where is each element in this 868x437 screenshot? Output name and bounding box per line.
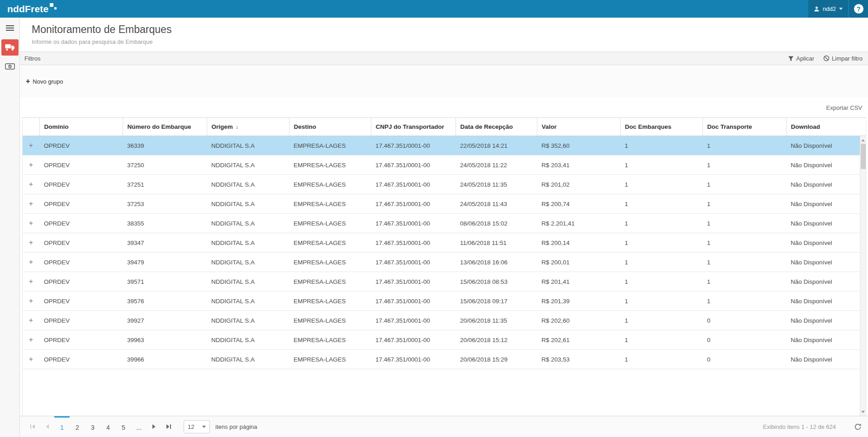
- apply-filter-button[interactable]: Aplicar: [788, 55, 814, 62]
- cell-origem: NDDIGITAL S.A: [207, 311, 289, 330]
- table-row[interactable]: +OPRDEV37253NDDIGITAL S.AEMPRESA-LAGES17…: [23, 194, 866, 214]
- table-row[interactable]: +OPRDEV39963NDDIGITAL S.AEMPRESA-LAGES17…: [23, 330, 866, 350]
- expand-row-button[interactable]: +: [23, 311, 39, 330]
- column-header[interactable]: CNPJ do Transportador: [371, 118, 455, 136]
- column-label: Data de Recepção: [460, 123, 513, 130]
- scrollbar-thumb[interactable]: [861, 144, 866, 169]
- first-page-button[interactable]: [25, 416, 40, 437]
- page-button[interactable]: 1: [54, 416, 70, 437]
- cell-valor: R$ 201,02: [537, 175, 620, 194]
- cell-doc_transporte: 1: [702, 175, 786, 194]
- cell-numero: 38355: [123, 214, 207, 233]
- scroll-up-button[interactable]: [860, 137, 866, 143]
- next-page-button[interactable]: [147, 416, 161, 437]
- table-body: +OPRDEV36339NDDIGITAL S.AEMPRESA-LAGES17…: [23, 136, 866, 369]
- clear-filter-button[interactable]: Limpar filtro: [823, 55, 863, 62]
- cell-numero: 39571: [123, 272, 207, 291]
- cell-data: 24/05/2018 11:35: [455, 175, 537, 194]
- user-name: ndd2: [823, 5, 836, 12]
- expand-row-button[interactable]: +: [23, 214, 39, 233]
- cell-valor: R$ 2.201,41: [537, 214, 620, 233]
- triangle-down-icon: [861, 411, 865, 413]
- cell-origem: NDDIGITAL S.A: [207, 330, 289, 350]
- hamburger-icon: [6, 24, 14, 32]
- app-logo: nddFrete: [0, 2, 57, 16]
- clear-filter-label: Limpar filtro: [832, 55, 863, 62]
- scroll-down-button[interactable]: [860, 409, 866, 415]
- column-header[interactable]: Domínio: [39, 118, 123, 136]
- triangle-up-icon: [861, 139, 865, 141]
- cell-cnpj: 17.467.351/0001-00: [371, 136, 455, 155]
- table-row[interactable]: +OPRDEV39479NDDIGITAL S.AEMPRESA-LAGES17…: [23, 253, 866, 272]
- items-per-page-label: itens por página: [215, 423, 257, 430]
- cell-origem: NDDIGITAL S.A: [207, 155, 289, 175]
- expand-row-button[interactable]: +: [23, 253, 39, 272]
- table-row[interactable]: +OPRDEV39347NDDIGITAL S.AEMPRESA-LAGES17…: [23, 233, 866, 253]
- new-group-button[interactable]: + Novo grupo: [26, 78, 63, 85]
- expand-row-button[interactable]: +: [23, 233, 39, 253]
- cell-dominio: OPRDEV: [39, 311, 123, 330]
- cell-destino: EMPRESA-LAGES: [289, 291, 371, 311]
- column-label: Doc Transporte: [707, 123, 752, 130]
- page-size-select[interactable]: 12: [184, 420, 210, 433]
- prev-page-button[interactable]: [40, 416, 54, 437]
- page-button[interactable]: 2: [70, 416, 85, 437]
- page-button[interactable]: 3: [85, 416, 100, 437]
- column-label: CNPJ do Transportador: [376, 123, 445, 130]
- column-header[interactable]: Doc Transporte: [702, 118, 786, 136]
- cell-doc_embarques: 1: [620, 253, 702, 272]
- column-header[interactable]: Origem↓: [207, 118, 289, 136]
- column-header[interactable]: Valor: [537, 118, 620, 136]
- cell-cnpj: 17.467.351/0001-00: [371, 253, 455, 272]
- user-menu[interactable]: ndd2: [808, 0, 848, 18]
- export-csv-link[interactable]: Exportar CSV: [826, 104, 862, 111]
- cell-cnpj: 17.467.351/0001-00: [371, 291, 455, 311]
- table-row[interactable]: +OPRDEV39571NDDIGITAL S.AEMPRESA-LAGES17…: [23, 272, 866, 291]
- column-header[interactable]: Data de Recepção: [455, 118, 537, 136]
- expand-row-button[interactable]: +: [23, 291, 39, 311]
- expand-row-button[interactable]: +: [23, 136, 39, 155]
- expand-row-button[interactable]: +: [23, 175, 39, 194]
- expand-row-button[interactable]: +: [23, 272, 39, 291]
- cell-data: 20/06/2018 11:35: [455, 311, 537, 330]
- last-page-button[interactable]: [161, 416, 175, 437]
- cell-valor: R$ 203,53: [537, 350, 620, 369]
- expand-row-button[interactable]: +: [23, 194, 39, 214]
- menu-toggle-button[interactable]: [0, 23, 19, 33]
- cell-data: 20/06/2018 15:12: [455, 330, 537, 350]
- column-header[interactable]: Download: [786, 118, 866, 136]
- table-row[interactable]: +OPRDEV39966NDDIGITAL S.AEMPRESA-LAGES17…: [23, 350, 866, 369]
- cell-doc_transporte: 1: [702, 272, 786, 291]
- cell-valor: R$ 200,14: [537, 233, 620, 253]
- page-button[interactable]: 4: [100, 416, 116, 437]
- expand-row-button[interactable]: +: [23, 330, 39, 350]
- table-row[interactable]: +OPRDEV37251NDDIGITAL S.AEMPRESA-LAGES17…: [23, 175, 866, 194]
- sidebar-item-financeiro[interactable]: $: [1, 58, 19, 75]
- page-button[interactable]: 5: [116, 416, 131, 437]
- embarques-table: DomínioNúmero do EmbarqueOrigem↓DestinoC…: [23, 117, 866, 369]
- more-pages-button[interactable]: ...: [131, 416, 147, 437]
- expand-row-button[interactable]: +: [23, 350, 39, 369]
- column-header[interactable]: Número do Embarque: [123, 118, 207, 136]
- table-row[interactable]: +OPRDEV39927NDDIGITAL S.AEMPRESA-LAGES17…: [23, 311, 866, 330]
- cell-dominio: OPRDEV: [39, 291, 123, 311]
- table-row[interactable]: +OPRDEV38355NDDIGITAL S.AEMPRESA-LAGES17…: [23, 214, 866, 233]
- table-row[interactable]: +OPRDEV37250NDDIGITAL S.AEMPRESA-LAGES17…: [23, 155, 866, 175]
- group-panel: + Novo grupo: [20, 65, 868, 98]
- table-header-row: DomínioNúmero do EmbarqueOrigem↓DestinoC…: [23, 118, 866, 136]
- cell-valor: R$ 200,01: [537, 253, 620, 272]
- cell-download: Não Disponível: [786, 214, 866, 233]
- column-header[interactable]: Doc Embarques: [620, 118, 702, 136]
- cell-valor: R$ 202,61: [537, 330, 620, 350]
- help-button[interactable]: ?: [849, 0, 868, 18]
- cell-cnpj: 17.467.351/0001-00: [371, 194, 455, 214]
- vertical-scrollbar[interactable]: [860, 136, 866, 416]
- column-header[interactable]: Destino: [289, 118, 371, 136]
- table-row[interactable]: +OPRDEV39576NDDIGITAL S.AEMPRESA-LAGES17…: [23, 291, 866, 311]
- column-label: Doc Embarques: [625, 123, 672, 130]
- table-row[interactable]: +OPRDEV36339NDDIGITAL S.AEMPRESA-LAGES17…: [23, 136, 866, 155]
- sidebar-item-embarques[interactable]: [1, 39, 19, 56]
- expand-row-button[interactable]: +: [23, 155, 39, 175]
- refresh-button[interactable]: [854, 423, 862, 431]
- cell-download: Não Disponível: [786, 175, 866, 194]
